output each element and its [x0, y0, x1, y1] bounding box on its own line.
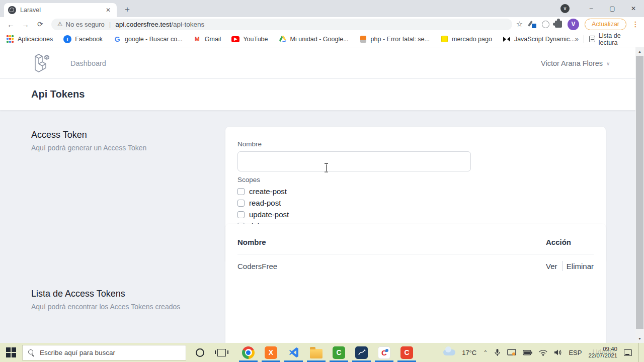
url-path: /api-tokens — [171, 21, 204, 28]
search-icon — [28, 349, 35, 356]
minimize-button[interactable]: – — [581, 5, 602, 12]
ccleaner-icon: C — [378, 346, 390, 359]
tab-close-icon[interactable]: ✕ — [104, 7, 113, 14]
file-explorer-icon — [310, 349, 323, 358]
checkbox-read-post[interactable] — [237, 200, 245, 207]
browser-tab[interactable]: Laravel ✕ — [4, 3, 117, 17]
checkbox-create-post[interactable] — [237, 188, 245, 195]
checkbox-update-post[interactable] — [237, 211, 245, 218]
profile-avatar[interactable]: V — [568, 19, 579, 30]
bookmark-javascript[interactable]: JavaScript Dynamic... — [503, 35, 575, 43]
token-list-card: Nombre Acción CodersFree Ver Eliminar — [225, 224, 606, 343]
name-field-label: Nombre — [237, 140, 594, 148]
taskbar-vscode[interactable] — [282, 343, 305, 362]
reading-list-button[interactable]: Lista de lectura — [589, 32, 637, 46]
scope-row: create-post — [237, 188, 594, 195]
taskbar-camtasia[interactable]: C — [328, 343, 350, 362]
reload-button[interactable]: ⟳ — [37, 20, 43, 28]
address-bar[interactable]: ⚠ No es seguro | api.codersfree.test /ap… — [51, 19, 512, 30]
bookmark-mercadopago[interactable]: mercado pago — [440, 35, 492, 43]
action-center-icon[interactable] — [624, 349, 632, 356]
user-name: Victor Arana Flores — [541, 59, 603, 67]
weather-icon[interactable] — [443, 349, 455, 355]
chrome-update-button[interactable]: Actualizar — [585, 19, 626, 30]
bookmark-star-icon[interactable]: ☆ — [516, 20, 523, 29]
volume-icon[interactable] — [554, 349, 562, 356]
scopes-label: Scopes — [237, 176, 594, 184]
bookmark-php[interactable]: php - Error fatal: se... — [359, 35, 430, 43]
security-warning-icon[interactable]: ⚠ — [57, 21, 63, 28]
page-title: Api Tokens — [31, 88, 85, 100]
chrome-icon — [242, 346, 255, 359]
text-cursor — [324, 163, 329, 172]
url-host: api.codersfree.test — [115, 21, 171, 28]
wifi-icon[interactable] — [539, 349, 547, 356]
tray-expand-icon[interactable]: ⌃ — [483, 349, 488, 356]
taskbar-xampp[interactable]: X — [260, 343, 282, 362]
bookmarks-divider — [584, 35, 584, 43]
ver-link[interactable]: Ver — [546, 262, 557, 270]
nav-dashboard-link[interactable]: Dashboard — [70, 59, 106, 67]
bookmarks-bar: Aplicaciones f Facebook G google - Busca… — [0, 31, 644, 47]
taskbar-search[interactable]: Escribe aquí para buscar — [22, 345, 186, 360]
taskbar-designer[interactable] — [350, 343, 373, 362]
tab-search-button[interactable]: ∨ — [560, 4, 570, 13]
cortana-button[interactable] — [196, 348, 204, 357]
windows-start-button[interactable] — [6, 347, 16, 357]
bookmark-youtube[interactable]: ▶ YouTube — [231, 36, 268, 43]
microphone-icon[interactable] — [494, 348, 501, 356]
site-favicon — [8, 6, 16, 14]
new-tab-button[interactable]: + — [121, 3, 134, 16]
taskbar-ccleaner[interactable]: C — [373, 343, 395, 362]
bowtie-icon — [503, 35, 511, 43]
scope-row: read-post — [237, 199, 594, 207]
back-button[interactable]: ← — [7, 20, 15, 29]
screenshare-icon[interactable] — [507, 349, 516, 356]
scroll-up-icon[interactable]: ▲ — [635, 47, 644, 56]
address-divider: | — [109, 21, 111, 28]
close-button[interactable]: ✕ — [623, 5, 644, 12]
bookmark-drive[interactable]: Mi unidad - Google... — [279, 35, 349, 43]
extensions-puzzle-icon[interactable] — [555, 21, 562, 28]
temperature[interactable]: 17°C — [462, 349, 476, 356]
browser-toolbar: ← → ⟳ ⚠ No es seguro | api.codersfree.te… — [0, 17, 644, 31]
bookmark-apps[interactable]: Aplicaciones — [6, 35, 53, 43]
bookmark-facebook[interactable]: f Facebook — [63, 35, 103, 43]
page-header: Api Tokens — [0, 79, 644, 110]
stackoverflow-icon — [360, 36, 366, 43]
extension-ring-icon[interactable] — [542, 21, 549, 28]
battery-icon[interactable] — [523, 350, 532, 355]
forward-button[interactable]: → — [22, 20, 29, 29]
task-view-button[interactable] — [217, 349, 226, 356]
page-viewport: Dashboard Victor Arana Flores ∨ Api Toke… — [0, 47, 644, 343]
laravel-logo-icon[interactable] — [30, 52, 51, 76]
maximize-button[interactable]: ▢ — [602, 5, 623, 12]
bookmark-gmail[interactable]: M Gmail — [193, 35, 221, 43]
create-section-subtitle: Aquí podrá generar un Access Token — [31, 144, 146, 152]
scrollbar-thumb[interactable] — [636, 56, 643, 329]
list-section-subtitle: Aquí podrá encontrar los Acces Tokens cr… — [31, 303, 180, 311]
bookmark-google[interactable]: G google - Buscar co... — [113, 35, 183, 43]
windows-taskbar: Escribe aquí para buscar X C C C Udemy 1… — [0, 343, 644, 362]
name-input[interactable] — [237, 151, 471, 171]
search-placeholder: Escribe aquí para buscar — [40, 349, 115, 356]
eliminar-link[interactable]: Eliminar — [567, 262, 594, 270]
chrome-menu-icon[interactable]: ⋮ — [632, 20, 639, 28]
page-scrollbar[interactable]: ▲ ▼ — [635, 47, 644, 343]
green-c-icon: C — [333, 346, 345, 359]
gmail-icon: M — [193, 35, 201, 43]
taskbar-recorder[interactable]: C — [395, 343, 418, 362]
tab-title: Laravel — [20, 7, 104, 14]
reading-list-icon — [589, 36, 595, 42]
language-indicator[interactable]: ESP — [569, 349, 582, 356]
google-icon: G — [113, 35, 121, 43]
show-desktop-button[interactable] — [638, 343, 641, 362]
bookmarks-overflow-icon[interactable]: » — [575, 35, 579, 43]
user-menu[interactable]: Victor Arana Flores ∨ — [541, 59, 610, 67]
taskbar-chrome[interactable] — [237, 343, 260, 362]
colorpicker-extension-icon[interactable] — [528, 20, 536, 28]
scroll-down-icon[interactable]: ▼ — [635, 334, 644, 343]
taskbar-explorer[interactable] — [305, 343, 328, 362]
column-header-action: Acción — [546, 238, 594, 246]
create-section-title: Access Token — [31, 130, 87, 140]
